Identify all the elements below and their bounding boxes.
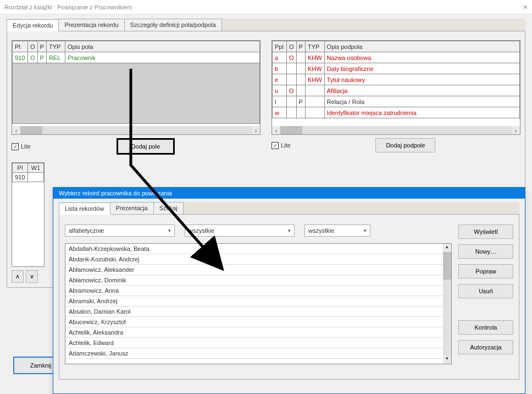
button-label: Usuń: [479, 288, 493, 294]
table-row[interactable]: aOKHWNazwa osobowa: [273, 52, 520, 63]
cell: [287, 96, 297, 107]
button-label: Dodaj pole: [131, 143, 160, 150]
col-header: PI: [13, 41, 28, 52]
cell: [296, 74, 305, 85]
checkbox-label: Lite: [21, 143, 31, 150]
cell: u: [273, 85, 287, 96]
nowy-button[interactable]: Nowy…: [458, 244, 513, 259]
table-row[interactable]: 910 O P REL Pracownik: [13, 52, 260, 63]
cell: KHW: [305, 52, 324, 63]
sort-select[interactable]: alfabetycznie ▾: [65, 225, 175, 237]
modal-title-label: Wybierz rekord pracownika do powiązania: [59, 190, 172, 196]
list-item[interactable]: Abucewicz, Krzysztof: [65, 317, 451, 327]
cell: Identyfikator miejsca zatrudnienia: [324, 107, 519, 118]
cell: [28, 173, 44, 182]
modal-title: Wybierz rekord pracownika do powiązania: [53, 188, 525, 199]
select-employee-modal: Wybierz rekord pracownika do powiązania …: [53, 187, 525, 394]
move-up-button[interactable]: ∧: [12, 270, 24, 283]
button-label: Dodaj podpole: [386, 142, 425, 149]
tab-prezentacja[interactable]: Prezentacja: [110, 202, 154, 214]
tab-label: Prezentacja rekordu: [64, 21, 118, 28]
right-subfield-table: Ppl O P TYP Opis podpola aOKHWNazwa osob…: [272, 41, 520, 118]
cell: [296, 107, 305, 118]
scroll-right-icon[interactable]: ›: [252, 126, 260, 134]
autoryzacja-button[interactable]: Autoryzacja: [458, 340, 513, 354]
list-item[interactable]: Abłamowicz, Aleksander: [65, 265, 451, 275]
chevron-down-icon: ▾: [364, 228, 367, 233]
cell: P: [37, 52, 46, 63]
table-row[interactable]: uOAfiliacja: [273, 85, 520, 96]
h-scrollbar[interactable]: ‹ ›: [12, 126, 260, 134]
filter2-select[interactable]: wszystkie ▾: [185, 225, 295, 237]
tab-lista-rekordow[interactable]: Lista rekordów: [59, 203, 110, 215]
left-field-table: PI O P TYP Opis pola 910 O P REL: [12, 41, 260, 124]
col-header: TYP: [46, 41, 65, 52]
scroll-down-icon[interactable]: ▾: [443, 355, 451, 364]
list-item[interactable]: Absalon, Damian Karol: [65, 307, 451, 317]
cell: [296, 63, 305, 74]
tab-szukaj[interactable]: Szukaj: [153, 202, 184, 214]
list-item[interactable]: Abramowicz, Anna: [65, 286, 451, 296]
select-value: wszystkie: [308, 227, 334, 234]
wyswietl-button[interactable]: Wyświetl: [458, 225, 513, 239]
cell: [287, 74, 297, 85]
h-scrollbar[interactable]: ‹ ›: [272, 126, 520, 134]
v-scrollbar[interactable]: ▴ ▾: [443, 244, 451, 364]
cell: O: [28, 52, 38, 63]
left-field-panel: PI O P TYP Opis pola 910 O P REL: [12, 40, 261, 135]
move-down-button[interactable]: ∨: [26, 270, 38, 283]
button-label: Kontrola: [475, 324, 497, 331]
lite-checkbox-right[interactable]: ✓ Lite: [271, 142, 291, 149]
cell: P: [296, 96, 305, 107]
chevron-down-icon: ▾: [168, 228, 171, 233]
tab-szczegoly[interactable]: Szczegóły definicji pola/podpola: [124, 19, 222, 31]
cell: a: [273, 52, 287, 63]
list-item[interactable]: Abdallah-Krzepkowska, Beata: [65, 244, 451, 254]
dodaj-podpole-button[interactable]: Dodaj podpole: [375, 138, 435, 152]
dodaj-pole-button[interactable]: Dodaj pole: [117, 138, 175, 155]
scroll-up-icon[interactable]: ▴: [443, 244, 451, 252]
table-row[interactable]: lPRelacja / Rola: [273, 96, 520, 107]
cell: e: [273, 74, 287, 85]
table-row[interactable]: 910: [13, 173, 44, 182]
table-row[interactable]: wIdentyfikator miejsca zatrudnienia: [273, 107, 520, 118]
table-row[interactable]: bKHWDaty biograficzne: [273, 63, 520, 74]
table-row[interactable]: eKHWTytuł naukowy: [273, 74, 520, 85]
scroll-left-icon[interactable]: ‹: [12, 126, 20, 134]
cell: [296, 52, 305, 63]
col-header: O: [28, 41, 38, 52]
popraw-button[interactable]: Popraw: [458, 264, 513, 278]
tab-edycja-rekordu[interactable]: Edycja rekordu: [7, 19, 59, 31]
cell: Relacja / Rola: [324, 96, 519, 107]
chevron-up-icon: ∧: [15, 273, 20, 280]
list-item[interactable]: Abramski, Andrzej: [65, 296, 451, 307]
lite-checkbox-left[interactable]: ✓ Lite: [12, 143, 31, 150]
checkbox-label: Lite: [281, 142, 291, 149]
lower-field-grid: PI W1 910: [12, 162, 45, 267]
cell: KHW: [305, 63, 324, 74]
close-icon[interactable]: ×: [523, 3, 528, 12]
cell: Afiliacja: [324, 85, 519, 96]
list-item[interactable]: Achtelik, Edward: [65, 338, 451, 348]
checkbox-icon: ✓: [271, 142, 279, 149]
select-value: wszystkie: [189, 227, 214, 234]
cell: 910: [13, 173, 28, 182]
cell: [305, 85, 324, 96]
cell: Nazwa osobowa: [324, 52, 519, 63]
list-item[interactable]: Abdank-Kozubski, Andrzej: [65, 254, 451, 265]
select-value: alfabetycznie: [69, 227, 104, 234]
list-item[interactable]: Achtelik, Aleksandra: [65, 327, 451, 338]
cell: REL: [46, 52, 65, 63]
filter3-select[interactable]: wszystkie ▾: [304, 225, 370, 237]
scroll-right-icon[interactable]: ›: [512, 126, 520, 134]
scroll-left-icon[interactable]: ‹: [272, 126, 280, 134]
list-item[interactable]: Abłamowicz, Dominik: [65, 275, 451, 286]
tab-prezentacja-rekordu[interactable]: Prezentacja rekordu: [58, 19, 124, 31]
usun-button[interactable]: Usuń: [458, 284, 513, 298]
col-header: Opis pola: [65, 41, 259, 52]
button-label: Nowy…: [475, 248, 497, 255]
list-item[interactable]: Adamczewski, Janusz: [65, 348, 451, 359]
kontrola-button[interactable]: Kontrola: [458, 320, 513, 335]
cell: [287, 63, 297, 74]
col-header: PI: [13, 163, 28, 173]
